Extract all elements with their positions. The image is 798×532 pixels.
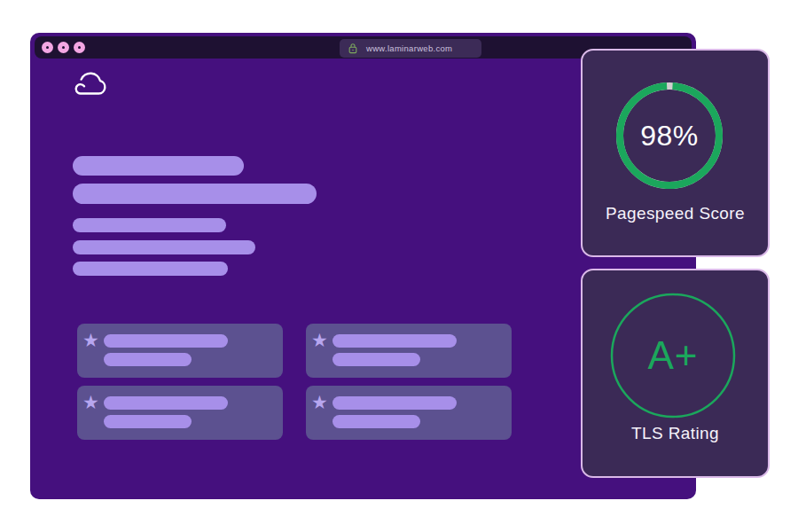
skeleton-text-bar [332,353,420,366]
cloud-logo-icon [71,71,108,101]
star-icon: ★ [82,331,99,349]
testimonial-card: ★ [77,386,283,440]
address-bar[interactable]: www.laminarweb.com [340,39,481,58]
skeleton-text-bar [73,262,228,276]
window-control-dot-icon[interactable] [42,42,53,53]
lock-icon [348,43,357,54]
star-icon: ★ [311,331,328,349]
skeleton-heading-bar [73,156,244,176]
skeleton-text-bar [332,415,420,428]
pagespeed-label: Pagespeed Score [583,204,768,223]
skeleton-text-bar [104,334,228,348]
star-icon: ★ [311,393,328,411]
skeleton-text-bar [104,415,192,428]
pagespeed-value: 98% [614,81,724,191]
skeleton-text-bar [104,396,228,410]
testimonial-card: ★ [306,386,512,440]
window-control-dot-icon[interactable] [74,42,85,53]
tls-label: TLS Rating [583,424,768,443]
tls-card: A+ TLS Rating [581,269,770,478]
testimonial-card: ★ [306,324,512,378]
skeleton-text-bar [73,218,226,232]
window-controls [42,36,85,59]
skeleton-text-bar [104,353,192,366]
url-text: www.laminarweb.com [366,43,452,53]
skeleton-heading-bar [73,184,317,204]
skeleton-text-bar [332,334,457,348]
tls-value: A+ [609,292,737,419]
canvas: www.laminarweb.com ★ ★ ★ [0,0,798,532]
star-icon: ★ [82,393,99,411]
pagespeed-card: 98% Pagespeed Score [581,49,770,257]
skeleton-text-bar [332,396,457,410]
testimonial-card: ★ [77,324,283,378]
skeleton-text-bar [73,240,255,254]
window-control-dot-icon[interactable] [58,42,69,53]
